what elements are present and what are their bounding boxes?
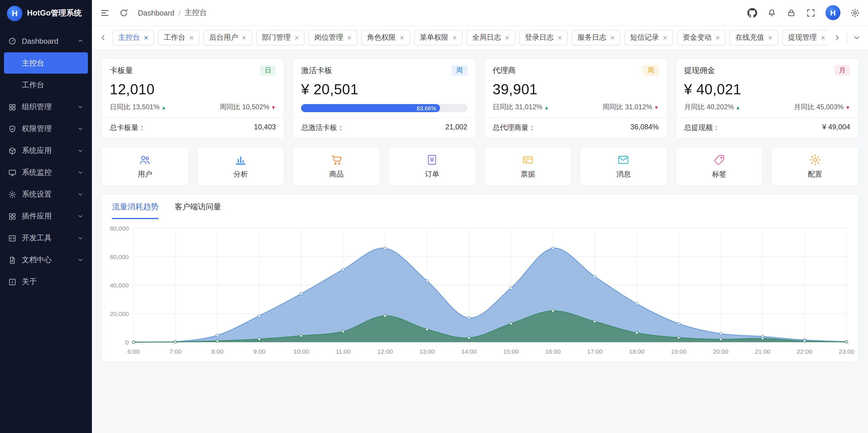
stat-card-title: 卡板量 xyxy=(110,65,133,76)
tab-close-icon[interactable]: × xyxy=(242,34,246,41)
chart-tab[interactable]: 客户端访问量 xyxy=(175,202,221,219)
sidebar-item[interactable]: Dashboard xyxy=(0,30,92,52)
stat-delta: 月同比 45,003%▼ xyxy=(794,103,850,112)
shortcut-mail[interactable]: 消息 xyxy=(580,147,667,186)
tab-item[interactable]: 资金变动 × xyxy=(677,30,725,46)
tab-close-icon[interactable]: × xyxy=(663,34,667,41)
breadcrumb-current: 主控台 xyxy=(184,7,207,18)
tab-item[interactable]: 后台用户 × xyxy=(204,30,252,46)
fullscreen-icon[interactable] xyxy=(806,8,816,18)
stat-card: 提现佣金 月 ¥ 40,021 月同比 40,202%▲月同比 45,003%▼… xyxy=(676,58,859,139)
sidebar-item[interactable]: 插件应用 xyxy=(0,205,92,227)
tab-item[interactable]: 岗位管理 × xyxy=(309,30,357,46)
avatar[interactable]: H xyxy=(826,5,840,20)
stat-footer-label: 总代理商量： xyxy=(493,123,536,133)
tabs-strip: 主控台 × 工作台 × 后台用户 × 部门管理 × 岗位管理 × 角色权限 × … xyxy=(113,30,828,46)
svg-text:18:00: 18:00 xyxy=(629,348,645,355)
bell-icon[interactable] xyxy=(767,8,777,18)
tabs-scroll-right-icon[interactable] xyxy=(833,33,842,42)
sidebar-item[interactable]: 开发工具 xyxy=(0,227,92,249)
trend-down-icon: ▼ xyxy=(271,105,276,110)
tab-item[interactable]: 提现管理 × xyxy=(782,30,828,46)
refresh-icon[interactable] xyxy=(119,8,129,18)
tab-item[interactable]: 主控台 × xyxy=(113,30,154,46)
svg-text:20:00: 20:00 xyxy=(713,348,728,355)
tab-item[interactable]: 工作台 × xyxy=(158,30,199,46)
shortcut-label: 票据 xyxy=(521,169,535,179)
cube-icon xyxy=(8,146,17,155)
tab-close-icon[interactable]: × xyxy=(610,34,615,41)
tab-item[interactable]: 服务日志 × xyxy=(572,30,620,46)
chart-tab[interactable]: 流量消耗趋势 xyxy=(112,202,159,219)
chart-card: 流量消耗趋势客户端访问量 020,00040,00060,00080,0006:… xyxy=(101,194,859,362)
tab-close-icon[interactable]: × xyxy=(820,34,825,41)
shortcut-label: 消息 xyxy=(616,169,631,179)
shortcut-label: 用户 xyxy=(138,169,152,179)
breadcrumb-root[interactable]: Dashboard xyxy=(138,8,174,17)
trend-up-icon: ▲ xyxy=(736,105,741,110)
divider xyxy=(847,33,847,42)
stat-card-grid: 卡板量 日 12,010 日同比 13,501%▲周同比 10,502%▼ 总卡… xyxy=(101,58,859,139)
sidebar: H HotGo管理系统 Dashboard 主控台工作台 组织管理 权限管理 系… xyxy=(0,0,92,433)
tab-item[interactable]: 全局日志 × xyxy=(466,30,515,46)
tab-close-icon[interactable]: × xyxy=(189,34,194,41)
tab-close-icon[interactable]: × xyxy=(558,34,562,41)
progress-label: 83.66% xyxy=(417,105,436,111)
tab-item[interactable]: 登录日志 × xyxy=(519,30,568,46)
sidebar-nav: Dashboard 主控台工作台 组织管理 权限管理 系统应用 系统监控 系统设… xyxy=(0,26,92,296)
tabs-dropdown-icon[interactable] xyxy=(852,33,861,42)
github-icon[interactable] xyxy=(747,8,757,18)
svg-text:7:00: 7:00 xyxy=(169,348,182,355)
tab-item[interactable]: 短信记录 × xyxy=(624,30,673,46)
shortcut-users[interactable]: 用户 xyxy=(101,147,189,186)
sidebar-item-label: 组织管理 xyxy=(22,102,72,112)
shortcut-cart[interactable]: 商品 xyxy=(293,147,380,186)
sidebar-item[interactable]: 文档中心 xyxy=(0,249,92,271)
tab-label: 提现管理 xyxy=(788,33,816,42)
svg-text:15:00: 15:00 xyxy=(503,348,519,355)
sidebar-subitem[interactable]: 主控台 xyxy=(4,52,88,74)
tab-close-icon[interactable]: × xyxy=(453,34,457,41)
sidebar-item[interactable]: 权限管理 xyxy=(0,118,92,140)
sidebar-item-label: 系统监控 xyxy=(22,167,72,178)
svg-text:6:00: 6:00 xyxy=(127,348,140,355)
tab-close-icon[interactable]: × xyxy=(768,34,772,41)
sidebar-item[interactable]: 系统应用 xyxy=(0,140,92,162)
stat-card-value: 12,010 xyxy=(102,76,284,99)
tab-item[interactable]: 部门管理 × xyxy=(256,30,305,46)
shortcut-tag[interactable]: 标签 xyxy=(676,147,763,186)
shortcut-ticket[interactable]: 票据 xyxy=(484,147,571,186)
stat-card-footer: 总代理商量： 36,084% xyxy=(485,117,667,138)
tab-close-icon[interactable]: × xyxy=(144,34,148,41)
sidebar-item[interactable]: 组织管理 xyxy=(0,96,92,118)
tab-label: 登录日志 xyxy=(525,33,554,42)
stat-footer-label: 总激活卡板： xyxy=(301,123,344,133)
stat-card-footer: 总提现额： ¥ 49,004 xyxy=(676,117,859,138)
tabs-bar: 主控台 × 工作台 × 后台用户 × 部门管理 × 岗位管理 × 角色权限 × … xyxy=(92,26,868,50)
settings-gear-icon[interactable] xyxy=(850,8,860,18)
tab-close-icon[interactable]: × xyxy=(505,34,509,41)
tab-close-icon[interactable]: × xyxy=(295,34,299,41)
tab-item[interactable]: 菜单权限 × xyxy=(414,30,462,46)
tab-item[interactable]: 在线充值 × xyxy=(730,30,778,46)
tab-close-icon[interactable]: × xyxy=(400,34,404,41)
shortcut-bar-chart[interactable]: 分析 xyxy=(197,147,284,186)
org-grid-icon xyxy=(8,103,17,111)
tab-close-icon[interactable]: × xyxy=(347,34,351,41)
shortcut-order[interactable]: 订单 xyxy=(388,147,476,186)
menu-collapse-icon[interactable] xyxy=(100,8,110,18)
tabs-scroll-left-icon[interactable] xyxy=(99,33,107,42)
sidebar-item[interactable]: 系统设置 xyxy=(0,183,92,205)
tab-label: 部门管理 xyxy=(262,33,291,42)
lock-icon[interactable] xyxy=(786,8,796,18)
chevron-down-icon xyxy=(77,235,84,241)
sidebar-item[interactable]: 关于 xyxy=(0,271,92,293)
trend-up-icon: ▲ xyxy=(544,105,549,110)
shortcut-gear[interactable]: 配置 xyxy=(771,147,859,186)
info-icon xyxy=(8,278,17,286)
trend-down-icon: ▼ xyxy=(845,105,850,110)
tab-item[interactable]: 角色权限 × xyxy=(361,30,410,46)
sidebar-subitem[interactable]: 工作台 xyxy=(4,74,88,95)
sidebar-item[interactable]: 系统监控 xyxy=(0,162,92,183)
tab-close-icon[interactable]: × xyxy=(715,34,720,41)
